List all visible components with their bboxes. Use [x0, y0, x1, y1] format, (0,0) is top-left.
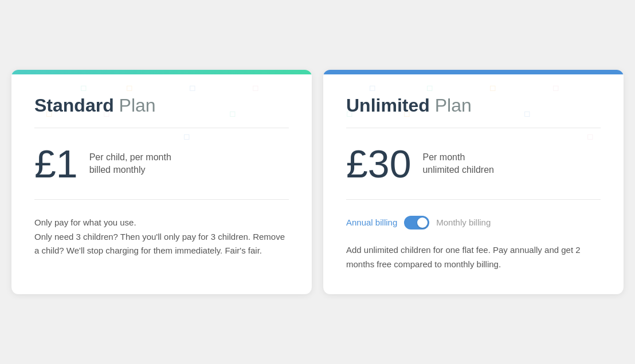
standard-accent-bar — [11, 70, 312, 74]
annual-billing-label: Annual billing — [346, 217, 397, 227]
standard-price-details: Per child, per month billed monthly — [89, 152, 171, 175]
unlimited-description: Add unlimited children for one flat fee.… — [346, 243, 601, 272]
deco-shape: ◻ — [252, 83, 259, 92]
unlimited-divider-top — [346, 128, 601, 128]
deco-shape: ◻ — [126, 83, 133, 92]
deco-shape: ◻ — [587, 132, 594, 141]
deco-shape: ◻ — [489, 83, 496, 92]
deco-shape: ◻ — [80, 83, 87, 92]
standard-description: Only pay for what you use. Only need 3 c… — [34, 216, 289, 258]
unlimited-title-bold: Unlimited — [346, 95, 430, 116]
standard-price-line2: billed monthly — [89, 165, 171, 175]
deco-shape: ◻ — [552, 83, 559, 92]
toggle-knob — [417, 217, 428, 228]
pricing-cards: ◻ ◻ ◻ ◻ ◻ ◻ ◻ ◻ Standard Plan £1 Per chi… — [0, 58, 635, 306]
deco-shape: ◻ — [369, 83, 376, 92]
standard-price-line1: Per child, per month — [89, 152, 171, 163]
unlimited-plan-title: Unlimited Plan — [346, 95, 601, 116]
unlimited-price-amount: £30 — [346, 144, 411, 183]
unlimited-price-details: Per month unlimited children — [422, 152, 494, 175]
unlimited-price-line2: unlimited children — [422, 165, 494, 175]
standard-price-amount: £1 — [34, 144, 78, 183]
billing-toggle-switch[interactable] — [404, 216, 429, 230]
standard-title-bold: Standard — [34, 95, 114, 116]
unlimited-price-line1: Per month — [422, 152, 494, 163]
unlimited-title-light: Plan — [430, 95, 472, 116]
standard-divider-bottom — [34, 199, 289, 200]
unlimited-divider-bottom — [346, 199, 601, 200]
billing-toggle-row: Annual billing Monthly billing — [346, 216, 601, 230]
deco-shape: ◻ — [183, 132, 190, 141]
monthly-billing-label: Monthly billing — [436, 217, 491, 227]
standard-plan-card: ◻ ◻ ◻ ◻ ◻ ◻ ◻ ◻ Standard Plan £1 Per chi… — [11, 70, 312, 295]
unlimited-accent-bar — [323, 70, 624, 74]
deco-shape: ◻ — [426, 83, 433, 92]
unlimited-price-row: £30 Per month unlimited children — [346, 144, 601, 183]
unlimited-plan-card: ◻ ◻ ◻ ◻ ◻ ◻ ◻ ◻ Unlimited Plan £30 Per m… — [323, 70, 624, 295]
standard-divider-top — [34, 128, 289, 128]
standard-title-light: Plan — [114, 95, 156, 116]
deco-shape: ◻ — [189, 83, 196, 92]
standard-plan-title: Standard Plan — [34, 95, 289, 116]
standard-price-row: £1 Per child, per month billed monthly — [34, 144, 289, 183]
